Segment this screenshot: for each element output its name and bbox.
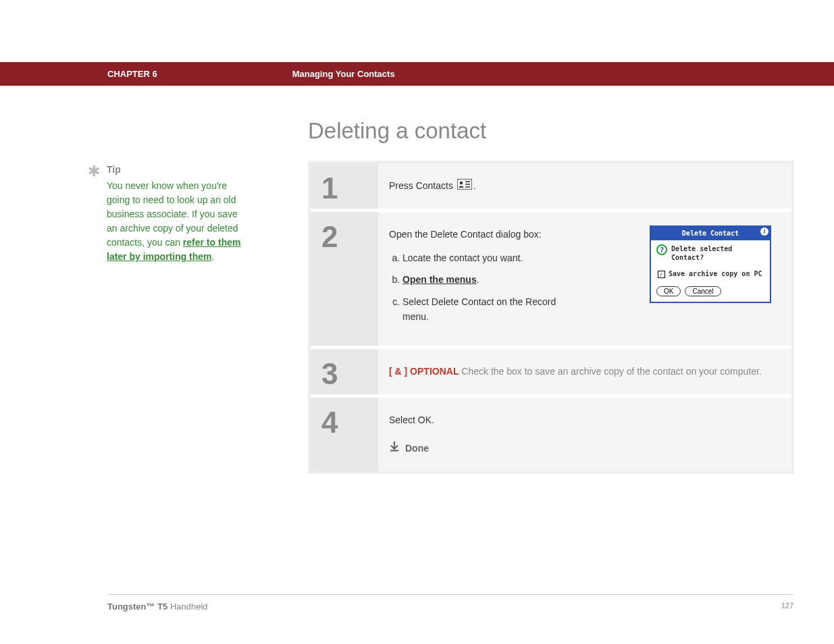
step-4: 4 Select OK. Done (311, 398, 791, 471)
ok-button[interactable]: OK (656, 286, 681, 296)
contacts-icon (457, 179, 472, 194)
header-bar: CHAPTER 6 Managing Your Contacts (0, 62, 834, 86)
step-body: [ & ] OPTIONAL Check the box to save an … (378, 349, 791, 394)
step-number: 3 (311, 349, 378, 394)
question-icon: ? (656, 244, 667, 255)
product-rest: Handheld (167, 601, 207, 612)
svg-point-1 (460, 182, 463, 184)
info-icon[interactable]: i (760, 227, 768, 236)
done-arrow-icon (389, 441, 400, 456)
step-1: 1 Press Contacts . (311, 163, 791, 212)
cancel-button[interactable]: Cancel (685, 286, 721, 296)
page-number: 127 (781, 601, 793, 612)
tip-sidebar: ✱ Tip You never know when you're going t… (88, 164, 250, 264)
step2-c: Select Delete Contact on the Record menu… (402, 294, 578, 325)
dialog-title-bar: Delete Contact i (651, 227, 770, 240)
optional-text: Check the box to save an archive copy of… (459, 366, 761, 377)
main-content: Deleting a contact 1 Press Contacts . (308, 118, 794, 474)
optional-label: [ & ] OPTIONAL (389, 366, 459, 377)
step4-text: Select OK. (389, 414, 434, 425)
done-label: Done (405, 441, 429, 456)
footer: Tungsten™ T5 Handheld 127 (107, 594, 793, 612)
page-title: Deleting a contact (308, 118, 794, 144)
step2-b: Open the menus. (402, 272, 578, 287)
done-row: Done (389, 441, 778, 456)
step-body: Press Contacts . (378, 163, 791, 209)
checkbox-icon[interactable]: ✓ (658, 271, 665, 278)
dialog-question: Delete selected Contact? (671, 244, 764, 262)
product-bold: Tungsten™ T5 (107, 601, 167, 612)
product-name: Tungsten™ T5 Handheld (107, 601, 208, 612)
chapter-label: CHAPTER 6 (107, 69, 157, 79)
step2-a: Locate the contact you want. (402, 250, 578, 265)
step-2: 2 Open the Delete Contact dialog box: Lo… (311, 212, 791, 349)
asterisk-icon: ✱ (88, 164, 100, 179)
dialog-title-text: Delete Contact (682, 230, 739, 237)
archive-label: Save archive copy on PC (669, 269, 762, 279)
tip-after: . (212, 251, 215, 262)
step-number: 4 (311, 398, 378, 471)
step1-text-after: . (473, 180, 476, 191)
open-menus-link[interactable]: Open the menus (402, 274, 477, 285)
step-number: 1 (311, 163, 378, 209)
step-number: 2 (311, 212, 378, 346)
tip-label: Tip (107, 164, 121, 175)
step-body: Select OK. Done (378, 398, 791, 471)
step-body: Open the Delete Contact dialog box: Loca… (378, 212, 791, 346)
tip-body: You never know when you're going to need… (107, 179, 250, 264)
step2-intro: Open the Delete Contact dialog box: (389, 229, 542, 240)
step2-b-after: . (477, 274, 479, 285)
steps-container: 1 Press Contacts . 2 (308, 161, 794, 474)
section-label: Managing Your Contacts (292, 69, 395, 79)
dialog-body: ? Delete selected Contact? ✓ Save archiv… (651, 240, 770, 302)
step1-text-before: Press Contacts (389, 180, 456, 191)
archive-checkbox-row[interactable]: ✓ Save archive copy on PC (658, 269, 764, 279)
step-3: 3 [ & ] OPTIONAL Check the box to save a… (311, 349, 791, 397)
delete-contact-dialog: Delete Contact i ? Delete selected Conta… (650, 225, 771, 303)
